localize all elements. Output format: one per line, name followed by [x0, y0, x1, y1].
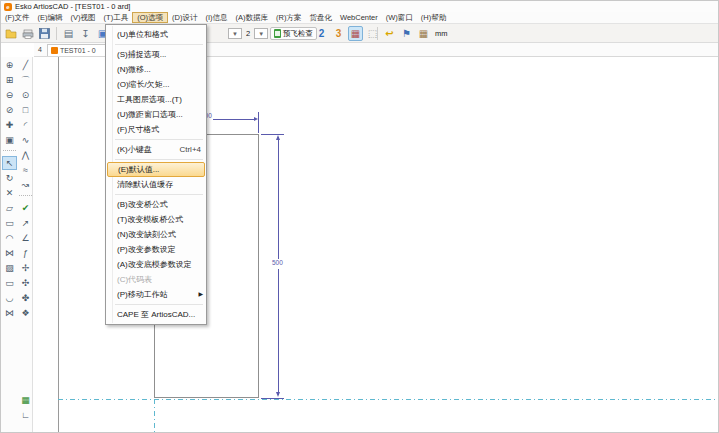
- menu-info[interactable]: (I)信息: [201, 12, 231, 23]
- height-extension-top: [261, 134, 284, 135]
- menu-item-dimension-format[interactable]: (F)尺寸格式: [106, 122, 206, 137]
- menu-edit[interactable]: (E)编辑: [34, 12, 67, 23]
- zoom-window-icon[interactable]: ⊞: [2, 73, 17, 87]
- layer-3-icon[interactable]: 3: [331, 26, 346, 41]
- menu-item-units-and-formats[interactable]: (U)单位和格式: [106, 27, 206, 42]
- keypad-shortcut: Ctrl+4: [179, 142, 201, 157]
- wave-tool-icon[interactable]: ≈: [18, 163, 33, 177]
- menu-item-change-bridging-formula[interactable]: (B)改变桥公式: [106, 197, 206, 212]
- zoom-out-icon[interactable]: ⊖: [2, 88, 17, 102]
- menu-tools[interactable]: (T)工具: [100, 12, 133, 23]
- scale-combo[interactable]: ▼: [254, 28, 268, 39]
- units-label: mm: [433, 29, 448, 38]
- tab-test01[interactable]: TEST01 - 0: [47, 44, 109, 56]
- menu-item-change-parameter-set[interactable]: (P)改变参数设定: [106, 242, 206, 257]
- menu-item-tool-layer-options[interactable]: 工具图层选项...(T): [106, 92, 206, 107]
- menu-item-view-window-options[interactable]: (U)微距窗口选项...: [106, 107, 206, 122]
- menu-file[interactable]: (F)文件: [1, 12, 34, 23]
- mirror-icon[interactable]: ⋈: [2, 246, 17, 260]
- grid-snap-icon[interactable]: ▦: [348, 26, 363, 41]
- mobile-workstation-label: (P)移动工作站: [117, 290, 168, 299]
- rectangle-tool-icon[interactable]: □: [18, 103, 33, 117]
- mirror-copy-icon[interactable]: ⋈: [2, 306, 17, 320]
- preflight-button[interactable]: 预飞检查: [270, 27, 317, 40]
- copy-rect-icon[interactable]: ▭: [2, 216, 17, 230]
- menu-item-clear-defaults-cache[interactable]: 清除默认值缓存: [106, 177, 206, 192]
- copy-icon[interactable]: ▱: [2, 201, 17, 215]
- tab-overflow-count[interactable]: 4: [36, 43, 44, 56]
- flag-icon[interactable]: ⚑: [399, 26, 414, 41]
- delete-icon[interactable]: ✕: [2, 186, 17, 200]
- menu-item-defaults[interactable]: (E)默认值...: [107, 162, 205, 177]
- curve-edit-icon[interactable]: ƒ: [18, 246, 33, 260]
- rotate-arc-icon[interactable]: ◡: [2, 291, 17, 305]
- line-tool-icon[interactable]: ╱: [18, 58, 33, 72]
- menu-bar: (F)文件 (E)编辑 (V)视图 (T)工具 (O)选项 (D)设计 (I)信…: [1, 12, 718, 24]
- move-point-icon[interactable]: ↗: [18, 216, 33, 230]
- menu-item-overrun-underrun[interactable]: (O)缩长/欠矩...: [106, 77, 206, 92]
- menu-webcenter[interactable]: WebCenter: [336, 12, 382, 23]
- menu-item-keypad[interactable]: (K)小键盘 Ctrl+4: [106, 142, 206, 157]
- route-tool-icon[interactable]: ∟: [18, 408, 33, 422]
- menu-item-change-tack-bridging-formula[interactable]: (T)改变模板桥公式: [106, 212, 206, 227]
- baseline-horizontal: [58, 399, 719, 400]
- menu-design[interactable]: (D)设计: [168, 12, 201, 23]
- menu-help[interactable]: (H)帮助: [417, 12, 450, 23]
- menu-database[interactable]: (A)数据库: [232, 12, 273, 23]
- menu-options[interactable]: (O)选项: [132, 12, 168, 23]
- palette-separator: [3, 150, 16, 154]
- angle-tool-icon[interactable]: ∠: [18, 231, 33, 245]
- preflight-clipboard-icon: [274, 29, 281, 38]
- menu-palletization[interactable]: 货盘化: [305, 12, 336, 23]
- esko-logo-icon: e: [4, 3, 12, 11]
- style-combo[interactable]: ▼: [228, 28, 242, 39]
- board-icon[interactable]: ▦: [416, 26, 431, 41]
- point-tool-2-icon[interactable]: ✣: [18, 276, 33, 290]
- layer-2-icon[interactable]: 2: [314, 26, 329, 41]
- menu-window[interactable]: (W)窗口: [382, 12, 417, 23]
- plot-output-icon[interactable]: ▤: [61, 26, 76, 41]
- dimension-arrow-up: [276, 135, 280, 140]
- menu-item-cape-to-artioscad[interactable]: CAPE 至 ArtiosCAD...: [106, 307, 206, 322]
- menu-project[interactable]: (R)方案: [272, 12, 305, 23]
- menu-separator: [115, 44, 203, 45]
- select-icon[interactable]: ↖: [2, 156, 17, 170]
- menu-item-mobile-workstation[interactable]: (P)移动工作站 ▶: [106, 287, 206, 302]
- submenu-arrow-icon: ▶: [198, 287, 203, 302]
- save-icon[interactable]: [37, 26, 52, 41]
- fill-icon[interactable]: ▨: [2, 261, 17, 275]
- menu-view[interactable]: (V)视图: [67, 12, 100, 23]
- baseline-vertical: [154, 399, 155, 433]
- arc-tool-icon[interactable]: ⌒: [18, 73, 33, 87]
- arc-radius-icon[interactable]: ◜: [18, 118, 33, 132]
- counter-tool-icon[interactable]: ▦: [18, 393, 33, 407]
- nick-tool-icon[interactable]: ✔: [18, 201, 33, 215]
- zoom-previous-icon[interactable]: ⊘: [2, 103, 17, 117]
- open-icon[interactable]: [3, 26, 18, 41]
- menu-item-keypad-label: (K)小键盘: [117, 145, 152, 154]
- zigzag-tool-icon[interactable]: ⋀: [18, 148, 33, 162]
- polyline-tool-icon[interactable]: ↝: [18, 178, 33, 192]
- menu-item-snap-options[interactable]: (S)捕捉选项...: [106, 47, 206, 62]
- zoom-in-icon[interactable]: ⊕: [2, 58, 17, 72]
- blend-tool-icon[interactable]: ❖: [18, 306, 33, 320]
- undo-icon[interactable]: ↩: [382, 26, 397, 41]
- menu-separator: [115, 304, 203, 305]
- curve-tool-icon[interactable]: ∿: [18, 133, 33, 147]
- height-dimension-label: 500: [271, 259, 284, 266]
- print-icon[interactable]: [20, 26, 35, 41]
- import-file-icon[interactable]: ↧: [78, 26, 93, 41]
- copy-arc-icon[interactable]: ◠: [2, 231, 17, 245]
- toolbar-separator: [377, 27, 378, 40]
- point-tool-1-icon[interactable]: ✢: [18, 261, 33, 275]
- artioscad-window: e Esko ArtiosCAD - [TEST01 - 0 ard] (F)文…: [0, 0, 719, 433]
- menu-item-nudge[interactable]: (N)微移...: [106, 62, 206, 77]
- move-copy-icon[interactable]: ▭: [2, 276, 17, 290]
- scale-to-fit-icon[interactable]: ▣: [2, 133, 17, 147]
- menu-item-change-counter-parameter-set[interactable]: (A)改变底模参数设定: [106, 257, 206, 272]
- point-tool-3-icon[interactable]: ✤: [18, 291, 33, 305]
- move-rotate-icon[interactable]: ↻: [2, 171, 17, 185]
- menu-item-change-nick-formula[interactable]: (N)改变缺刻公式: [106, 227, 206, 242]
- pan-icon[interactable]: ✚: [2, 118, 17, 132]
- circle-tool-icon[interactable]: ⊙: [18, 88, 33, 102]
